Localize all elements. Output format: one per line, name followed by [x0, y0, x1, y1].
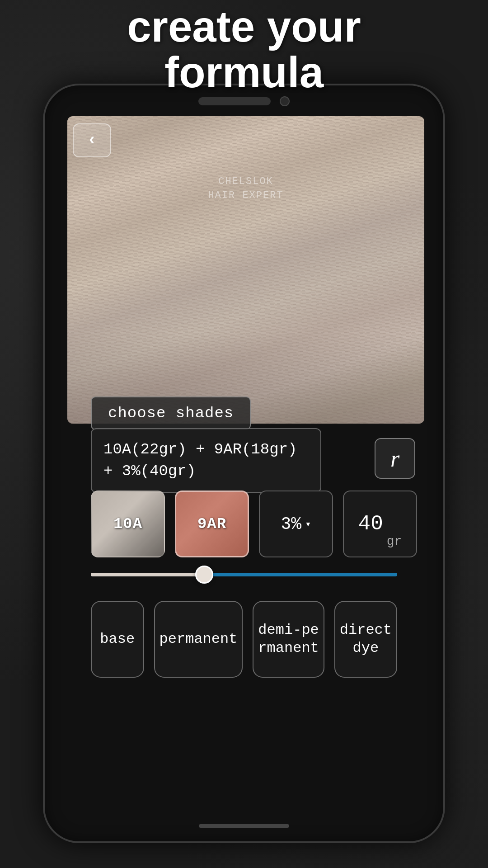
dropdown-arrow-icon: ▾ — [305, 518, 311, 530]
type-button-base[interactable]: base — [91, 601, 144, 678]
type-button-demi-permanent[interactable]: demi-permanent — [253, 601, 324, 678]
grams-unit: gr — [387, 534, 402, 557]
phone-home-bar — [199, 824, 289, 828]
type-button-base-label: base — [100, 630, 135, 648]
formula-box: 10A(22gr) + 9AR(18gr) + 3%(40gr) — [91, 428, 321, 493]
brand-overlay: chelslok hair expert — [208, 175, 283, 203]
percentage-selector[interactable]: 3% ▾ — [259, 491, 333, 557]
page-title: create your formula — [127, 4, 361, 95]
type-button-permanent[interactable]: permanent — [154, 601, 243, 678]
swatch-9ar[interactable]: 9AR — [175, 491, 249, 557]
swatches-row: 10A 9AR 3% ▾ 40 gr — [91, 491, 417, 557]
swatch-10a-label: 10A — [113, 515, 142, 533]
type-button-direct-dye-label: directdye — [340, 621, 392, 657]
type-buttons-row: base permanent demi-permanent directdye — [91, 601, 397, 678]
page-title-container: create your formula — [0, 0, 488, 99]
phone-device: chelslok hair expert ‹ choose shades 10A… — [43, 84, 445, 843]
choose-shades-button[interactable]: choose shades — [91, 396, 251, 430]
back-chevron-icon: ‹ — [87, 131, 97, 150]
grams-value: 40 — [358, 512, 383, 536]
slider-thumb[interactable] — [195, 566, 213, 584]
r-badge-label: r — [390, 445, 399, 472]
type-button-direct-dye[interactable]: directdye — [334, 601, 397, 678]
swatch-10a[interactable]: 10A — [91, 491, 165, 557]
formula-text: 10A(22gr) + 9AR(18gr) + 3%(40gr) — [103, 441, 297, 480]
slider-filled — [91, 573, 204, 576]
slider-container[interactable] — [91, 573, 397, 576]
type-button-demi-permanent-label: demi-permanent — [258, 621, 319, 657]
hair-image: chelslok hair expert — [67, 116, 424, 424]
r-badge-button[interactable]: r — [375, 438, 415, 479]
back-button[interactable]: ‹ — [73, 123, 111, 157]
slider-track — [91, 573, 397, 576]
grams-box[interactable]: 40 gr — [343, 491, 417, 557]
type-button-permanent-label: permanent — [160, 630, 238, 648]
swatch-9ar-label: 9AR — [197, 515, 226, 533]
percentage-value: 3% — [281, 514, 302, 534]
